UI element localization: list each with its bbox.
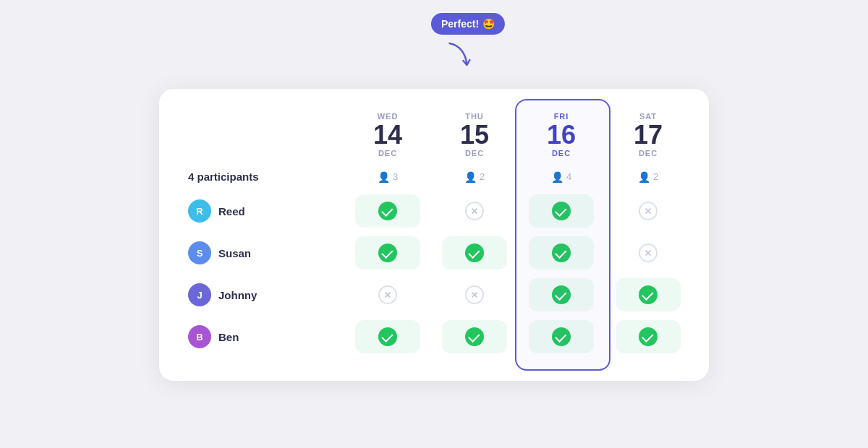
day-abbr-fri: FRI	[554, 112, 569, 121]
johnny-wed-box	[355, 278, 420, 311]
schedule-card: WED 14 DEC THU 15 DEC FRI 16 DEC SAT 17 …	[159, 89, 709, 382]
avatar-ben: B	[188, 325, 211, 348]
ben-sat	[605, 316, 692, 358]
person-reed: R Reed	[185, 190, 344, 232]
susan-thu-box	[442, 236, 507, 270]
day-abbr-thu: THU	[465, 112, 484, 121]
susan-fri-box	[529, 236, 594, 270]
johnny-fri-box	[529, 278, 594, 311]
header-sat: SAT 17 DEC	[605, 112, 692, 164]
day-abbr-sat: SAT	[639, 112, 657, 121]
avatar-reed: R	[188, 199, 211, 223]
x-icon	[465, 202, 484, 220]
day-num-fri: 16	[547, 121, 576, 150]
johnny-sat-box	[616, 278, 681, 311]
person-susan: S Susan	[185, 232, 344, 274]
avatar-johnny: J	[188, 283, 211, 306]
count-wed: 👤 3	[344, 163, 431, 190]
ben-wed-box	[355, 320, 420, 353]
johnny-thu-box	[442, 278, 507, 311]
arrow-icon	[443, 38, 478, 72]
johnny-fri	[518, 274, 605, 316]
header-wed: WED 14 DEC	[344, 112, 431, 164]
x-icon	[639, 202, 658, 220]
corner-cell	[185, 112, 344, 164]
count-fri: 👤 4	[518, 163, 605, 190]
page-wrapper: Perfect! 🤩 WED 14 DEC THU 15 DEC FRI	[0, 0, 868, 448]
ben-thu-box	[442, 320, 507, 353]
header-fri: FRI 16 DEC	[518, 112, 605, 164]
susan-fri	[518, 232, 605, 274]
perfect-label: Perfect!	[441, 18, 479, 30]
x-icon	[465, 285, 484, 304]
reed-thu	[431, 190, 518, 232]
person-johnny: J Johnny	[185, 274, 344, 316]
ben-thu	[431, 316, 518, 358]
susan-sat-box	[616, 236, 681, 270]
susan-thu	[431, 232, 518, 274]
reed-thu-box	[442, 194, 507, 228]
perfect-badge: Perfect! 🤩	[431, 13, 505, 35]
count-sat: 👤 2	[605, 163, 692, 190]
check-icon	[378, 244, 397, 262]
name-reed: Reed	[218, 205, 245, 217]
header-thu: THU 15 DEC	[431, 112, 518, 164]
check-icon	[552, 202, 571, 220]
person-icon-thu: 👤	[464, 171, 477, 183]
day-num-sat: 17	[634, 121, 663, 150]
johnny-wed	[344, 274, 431, 316]
reed-wed	[344, 190, 431, 232]
johnny-sat	[605, 274, 692, 316]
reed-fri	[518, 190, 605, 232]
name-ben: Ben	[218, 331, 239, 343]
susan-wed	[344, 232, 431, 274]
check-icon	[552, 327, 571, 346]
x-icon	[378, 285, 397, 304]
susan-wed-box	[355, 236, 420, 270]
check-icon	[639, 327, 658, 346]
day-num-wed: 14	[373, 121, 402, 150]
check-icon	[378, 202, 397, 220]
day-num-thu: 15	[460, 121, 489, 150]
month-thu: DEC	[465, 149, 484, 158]
person-ben: B Ben	[185, 316, 344, 358]
reed-wed-box	[355, 194, 420, 228]
ben-fri-box	[529, 320, 594, 353]
count-thu: 👤 2	[431, 163, 518, 190]
person-icon-sat: 👤	[638, 171, 650, 183]
name-johnny: Johnny	[218, 289, 257, 301]
reed-sat-box	[616, 194, 681, 228]
ben-fri	[518, 316, 605, 358]
participants-label: 4 participants	[185, 163, 344, 190]
month-sat: DEC	[639, 149, 658, 158]
schedule-grid: WED 14 DEC THU 15 DEC FRI 16 DEC SAT 17 …	[185, 112, 683, 358]
name-susan: Susan	[218, 247, 251, 259]
person-icon-wed: 👤	[378, 171, 390, 183]
check-icon	[552, 285, 571, 304]
check-icon	[378, 327, 397, 346]
check-icon	[465, 327, 484, 346]
x-icon	[639, 244, 658, 262]
susan-sat	[605, 232, 692, 274]
johnny-thu	[431, 274, 518, 316]
ben-wed	[344, 316, 431, 358]
check-icon	[552, 244, 571, 262]
reed-sat	[605, 190, 692, 232]
month-wed: DEC	[378, 149, 397, 158]
day-abbr-wed: WED	[378, 112, 399, 121]
reed-fri-box	[529, 194, 594, 228]
ben-sat-box	[616, 320, 681, 353]
avatar-susan: S	[188, 241, 211, 264]
person-icon-fri: 👤	[551, 171, 563, 183]
month-fri: DEC	[552, 149, 571, 158]
check-icon	[639, 285, 658, 304]
check-icon	[465, 244, 484, 262]
perfect-emoji: 🤩	[482, 18, 495, 30]
